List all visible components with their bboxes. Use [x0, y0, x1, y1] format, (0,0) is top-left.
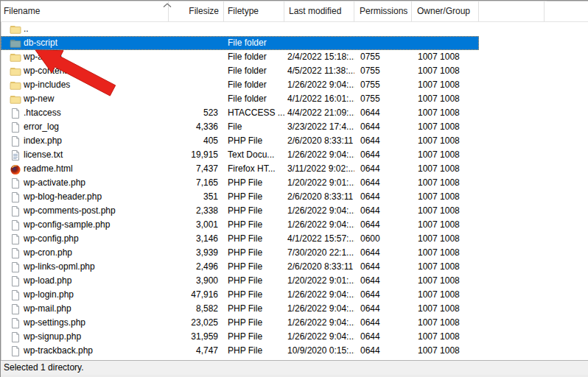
filetype-value: File folder: [224, 78, 284, 92]
folder-icon: [10, 24, 21, 35]
file-row[interactable]: wp-settings.php 23,025 PHP File 1/26/202…: [1, 316, 479, 330]
owner-group-value: 1007 1008: [412, 218, 479, 232]
last-modified-value: 1/26/2022 9:04:...: [284, 204, 354, 218]
last-modified-value: 10/9/2020 0:15:...: [284, 344, 354, 358]
filename-label: ..: [24, 22, 29, 36]
last-modified-value: 1/26/2022 9:04:...: [284, 148, 354, 162]
filetype-value: File folder: [224, 36, 284, 50]
file-row[interactable]: .htaccess 523 HTACCESS ... 4/4/2022 21:0…: [1, 106, 479, 120]
filename-cell: wp-includes: [1, 78, 169, 92]
file-row[interactable]: ..: [1, 22, 479, 36]
filename-label: license.txt: [24, 148, 63, 162]
file-row[interactable]: wp-comments-post.php 2,338 PHP File 1/26…: [1, 204, 479, 218]
file-row[interactable]: readme.html 7,437 Firefox HT... 3/11/202…: [1, 162, 479, 176]
filesize-value: [169, 36, 224, 50]
filesize-value: [169, 64, 224, 78]
last-modified-value: 1/26/2022 9:04:...: [284, 316, 354, 330]
filesize-value: [169, 92, 224, 106]
column-header-filename[interactable]: Filename: [1, 1, 169, 21]
permissions-value: 0644: [354, 190, 412, 204]
filename-label: wp-content: [24, 64, 67, 78]
file-row[interactable]: wp-signup.php 31,959 PHP File 1/26/2022 …: [1, 330, 479, 344]
folder-icon: [10, 80, 21, 91]
filesize-value: 8,582: [169, 302, 224, 316]
column-header-label: Filename: [4, 6, 40, 16]
filetype-value: PHP File: [224, 274, 284, 288]
last-modified-value: 1/20/2022 9:01:...: [284, 274, 354, 288]
file-row[interactable]: wp-links-opml.php 2,496 PHP File 2/6/202…: [1, 260, 479, 274]
file-row[interactable]: wp-new File folder 4/1/2022 16:01:... 07…: [1, 92, 479, 106]
file-row[interactable]: wp-load.php 3,900 PHP File 1/20/2022 9:0…: [1, 274, 479, 288]
filename-cell: wp-blog-header.php: [1, 190, 169, 204]
owner-group-value: 1007 1008: [412, 232, 479, 246]
file-row[interactable]: wp-config.php 3,146 PHP File 4/1/2022 15…: [1, 232, 479, 246]
owner-group-value: 1007 1008: [412, 64, 479, 78]
filetype-value: PHP File: [224, 232, 284, 246]
generic-file-icon: [10, 317, 21, 329]
generic-file-icon: [10, 219, 21, 231]
filesize-value: 2,496: [169, 260, 224, 274]
file-row[interactable]: wp-login.php 47,916 PHP File 1/26/2022 9…: [1, 288, 479, 302]
filename-label: db-script: [24, 36, 57, 50]
column-header-filetype[interactable]: Filetype: [224, 1, 284, 21]
owner-group-value: 1007 1008: [412, 120, 479, 134]
filesize-value: 405: [169, 134, 224, 148]
filename-label: wp-signup.php: [24, 330, 81, 344]
permissions-value: 0644: [354, 176, 412, 190]
owner-group-value: 1007 1008: [412, 134, 479, 148]
last-modified-value: 1/26/2022 9:04:...: [284, 218, 354, 232]
file-row[interactable]: db-script File folder: [1, 36, 479, 50]
column-header-permissions[interactable]: Permissions: [354, 1, 412, 21]
filetype-value: PHP File: [224, 204, 284, 218]
file-row[interactable]: license.txt 19,915 Text Docu... 1/26/202…: [1, 148, 479, 162]
file-row[interactable]: wp-includes File folder 1/26/2022 9:04:.…: [1, 78, 479, 92]
filename-cell: wp-signup.php: [1, 330, 169, 344]
filename-cell: wp-admin: [1, 50, 169, 64]
column-header-last-modified[interactable]: Last modified: [284, 1, 354, 21]
generic-file-icon: [10, 345, 21, 357]
filename-label: wp-login.php: [24, 288, 74, 302]
filesize-value: 23,025: [169, 316, 224, 330]
column-header-owner-group[interactable]: Owner/Group: [412, 1, 479, 21]
generic-file-icon: [10, 289, 21, 301]
file-row[interactable]: wp-mail.php 8,582 PHP File 1/26/2022 9:0…: [1, 302, 479, 316]
filesize-value: 7,165: [169, 176, 224, 190]
generic-file-icon: [10, 303, 21, 315]
owner-group-value: 1007 1008: [412, 92, 479, 106]
permissions-value: 0644: [354, 134, 412, 148]
filename-label: wp-comments-post.php: [24, 204, 116, 218]
filetype-value: HTACCESS ...: [224, 106, 284, 120]
owner-group-value: 1007 1008: [412, 344, 479, 358]
filesize-value: 523: [169, 106, 224, 120]
file-row[interactable]: wp-blog-header.php 351 PHP File 2/6/2020…: [1, 190, 479, 204]
owner-group-value: 1007 1008: [412, 316, 479, 330]
owner-group-value: 1007 1008: [412, 148, 479, 162]
file-row[interactable]: error_log 4,336 File 3/23/2022 17:4... 0…: [1, 120, 479, 134]
filename-cell: wp-content: [1, 64, 169, 78]
owner-group-value: 1007 1008: [412, 162, 479, 176]
generic-file-icon: [10, 247, 21, 259]
filesize-value: [169, 78, 224, 92]
last-modified-value: 4/4/2022 21:09:...: [284, 106, 354, 120]
file-row[interactable]: wp-cron.php 3,939 PHP File 7/30/2020 22:…: [1, 246, 479, 260]
column-header-label: Owner/Group: [417, 6, 470, 16]
file-row[interactable]: wp-content File folder 4/5/2022 11:38:..…: [1, 64, 479, 78]
file-row[interactable]: wp-trackback.php 4,747 PHP File 10/9/202…: [1, 344, 479, 358]
last-modified-value: 1/26/2022 9:04:...: [284, 330, 354, 344]
filename-cell: wp-new: [1, 92, 169, 106]
filename-label: wp-load.php: [24, 274, 71, 288]
filename-cell: db-script: [1, 36, 169, 50]
column-header-label: Permissions: [360, 6, 407, 16]
file-row[interactable]: wp-config-sample.php 3,001 PHP File 1/26…: [1, 218, 479, 232]
filename-label: wp-new: [24, 92, 54, 106]
filetype-value: PHP File: [224, 316, 284, 330]
text-document-icon: [10, 149, 21, 161]
filetype-value: Firefox HT...: [224, 162, 284, 176]
permissions-value: 0644: [354, 204, 412, 218]
file-row[interactable]: wp-admin File folder 2/4/2022 15:18:... …: [1, 50, 479, 64]
file-row[interactable]: index.php 405 PHP File 2/6/2020 8:33:11 …: [1, 134, 479, 148]
column-header-filesize[interactable]: Filesize: [169, 1, 224, 21]
file-row[interactable]: wp-activate.php 7,165 PHP File 1/20/2022…: [1, 176, 479, 190]
filetype-value: File folder: [224, 92, 284, 106]
owner-group-value: 1007 1008: [412, 176, 479, 190]
